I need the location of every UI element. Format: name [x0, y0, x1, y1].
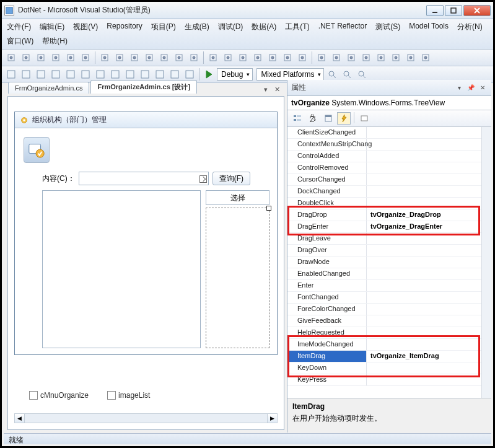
platform-dropdown[interactable]: Mixed Platforms▾ — [256, 68, 324, 81]
toolbar-button[interactable] — [206, 51, 220, 64]
property-value[interactable] — [367, 304, 481, 315]
property-row[interactable]: ForeColorChanged — [287, 304, 481, 315]
toolbar-button[interactable] — [344, 51, 358, 64]
selection-handle-icon[interactable] — [266, 206, 271, 211]
toolbar-button[interactable] — [183, 68, 196, 81]
toolbar-button[interactable] — [64, 51, 77, 64]
selection-marquee[interactable] — [206, 208, 269, 348]
toolbar-button[interactable] — [142, 51, 156, 64]
property-value[interactable] — [367, 151, 481, 162]
toolbar-button[interactable] — [330, 51, 343, 64]
property-row[interactable]: ContextMenuStripChang — [287, 139, 481, 151]
content-input[interactable] — [79, 172, 209, 185]
menu-item[interactable]: 调试(D) — [217, 20, 245, 33]
menu-item[interactable]: 文件(F) — [6, 20, 32, 33]
menu-item[interactable]: .NET Reflector — [317, 20, 368, 33]
property-value[interactable] — [367, 268, 481, 279]
menu-item[interactable]: 视图(V) — [72, 20, 99, 33]
toolbar-button[interactable] — [128, 51, 141, 64]
maximize-button[interactable] — [445, 5, 462, 16]
property-value[interactable] — [367, 315, 481, 327]
categorized-icon[interactable] — [291, 112, 304, 125]
properties-dropdown-icon[interactable]: ▾ — [454, 83, 464, 93]
menu-item[interactable]: 帮助(H) — [41, 35, 69, 48]
menu-item[interactable]: 项目(P) — [150, 20, 177, 33]
menu-item[interactable]: 编辑(E) — [38, 20, 66, 33]
new-button[interactable] — [4, 68, 18, 81]
toolbar-button[interactable] — [123, 68, 137, 81]
menu-item[interactable]: 工具(T) — [284, 20, 310, 33]
toolbar-button[interactable] — [266, 51, 279, 64]
property-row[interactable]: DockChanged — [287, 186, 481, 198]
property-value[interactable] — [367, 292, 481, 303]
toolbar-button[interactable] — [404, 51, 418, 64]
alphabetical-icon[interactable]: AZ — [306, 112, 320, 125]
toolbar-button[interactable] — [374, 51, 388, 64]
cut-button[interactable] — [79, 68, 92, 81]
property-value[interactable] — [367, 162, 481, 173]
property-value[interactable] — [367, 174, 481, 185]
close-button[interactable] — [463, 5, 491, 16]
toolbar-button[interactable] — [79, 51, 92, 64]
toolbar-button[interactable] — [296, 51, 309, 64]
open-button[interactable] — [19, 68, 33, 81]
property-value[interactable] — [367, 280, 481, 291]
property-row[interactable]: GiveFeedback — [287, 315, 481, 327]
toolbar-button[interactable] — [221, 51, 235, 64]
property-value[interactable] — [367, 186, 481, 197]
search-button[interactable]: 查询(F) — [212, 172, 250, 185]
saveall-button[interactable] — [49, 68, 63, 81]
toolbar-button[interactable] — [419, 51, 432, 64]
scroll-left-icon[interactable]: ◀ — [15, 414, 25, 423]
properties-scrollbar[interactable] — [481, 127, 491, 398]
toolbar-button[interactable] — [19, 51, 33, 64]
toolbar-button[interactable] — [389, 51, 403, 64]
toolbar-button[interactable] — [315, 51, 328, 64]
properties-pin-icon[interactable]: 📌 — [466, 83, 476, 93]
property-value[interactable] — [367, 257, 481, 268]
toolbar-button[interactable] — [251, 51, 265, 64]
property-pages-icon[interactable] — [357, 112, 371, 125]
save-button[interactable] — [34, 68, 48, 81]
form-designer[interactable]: 组织机构（部门）管理 内容(C)： 查询(F) 选择 — [14, 112, 278, 355]
scroll-right-icon[interactable]: ▶ — [267, 414, 277, 423]
menu-item[interactable]: 分析(N) — [456, 20, 484, 33]
undo-button[interactable] — [138, 68, 152, 81]
property-row[interactable]: ClientSizeChanged — [287, 127, 481, 139]
start-debug-button[interactable] — [202, 68, 216, 81]
property-row[interactable]: ControlAdded — [287, 151, 481, 162]
find-button[interactable] — [325, 68, 339, 81]
copy-button[interactable] — [94, 68, 107, 81]
menu-item[interactable]: 测试(S) — [374, 20, 401, 33]
property-row[interactable]: EnabledChanged — [287, 268, 481, 280]
toolbar-button[interactable] — [49, 51, 63, 64]
property-value[interactable] — [367, 139, 481, 150]
menu-item[interactable]: 数据(A) — [250, 20, 278, 33]
property-value[interactable] — [367, 245, 481, 256]
config-dropdown[interactable]: Debug▾ — [217, 68, 253, 81]
toolbar-button[interactable] — [157, 51, 171, 64]
component-cmenu[interactable]: cMnuOrganize — [29, 391, 89, 400]
toolbar-button[interactable] — [168, 68, 182, 81]
property-row[interactable]: CursorChanged — [287, 174, 481, 186]
property-value[interactable] — [367, 127, 481, 138]
toolbar-button[interactable] — [4, 51, 18, 64]
toolbar-button[interactable] — [187, 51, 201, 64]
toolbar-button[interactable] — [281, 51, 294, 64]
menu-item[interactable]: 生成(B) — [183, 20, 211, 33]
toolbar-button[interactable] — [98, 51, 112, 64]
resize-handle-icon[interactable] — [199, 175, 207, 183]
menu-item[interactable]: Repository — [105, 20, 143, 33]
menu-item[interactable]: Model Tools — [408, 20, 450, 33]
toolbar-button[interactable] — [340, 68, 354, 81]
horizontal-scrollbar[interactable]: ◀ ▶ — [14, 413, 278, 423]
toolbar-button[interactable] — [172, 51, 186, 64]
toolbar-button[interactable] — [64, 68, 77, 81]
toolbar-button[interactable] — [359, 51, 373, 64]
toolbar-button[interactable] — [236, 51, 250, 64]
paste-button[interactable] — [108, 68, 122, 81]
properties-list[interactable]: ClientSizeChangedContextMenuStripChangCo… — [287, 127, 481, 398]
redo-button[interactable] — [153, 68, 167, 81]
tree-placeholder[interactable] — [42, 190, 201, 348]
properties-view-icon[interactable] — [322, 112, 335, 125]
